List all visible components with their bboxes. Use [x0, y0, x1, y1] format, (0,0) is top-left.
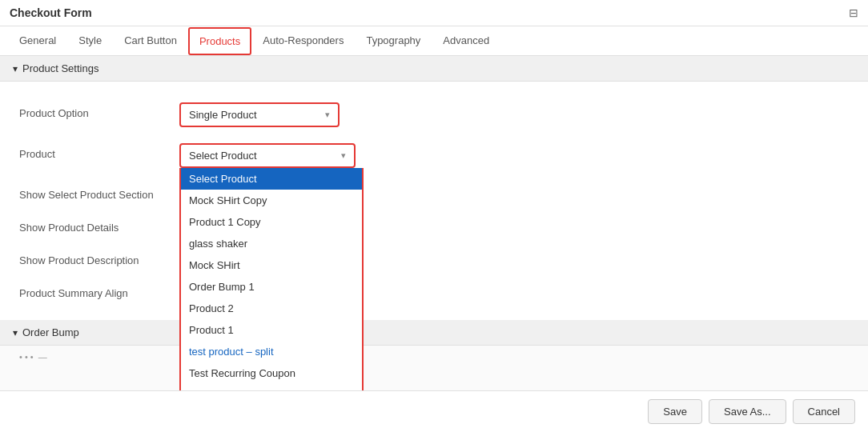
- product-summary-align-label: Product Summary Align: [19, 282, 179, 299]
- save-as-button[interactable]: Save As...: [709, 399, 786, 424]
- product-select-box[interactable]: Select Product ▾: [179, 143, 356, 168]
- product-option-select[interactable]: Single Product ▾: [179, 102, 340, 127]
- order-bump-label: Order Bump: [22, 326, 79, 338]
- product-control: Select Product ▾ Select Product Mock SHi…: [179, 143, 849, 168]
- show-product-description-row: Show Product Description: [0, 242, 868, 274]
- tab-auto-responders[interactable]: Auto-Responders: [251, 26, 355, 56]
- dropdown-item-product-2[interactable]: Product 2: [181, 298, 362, 319]
- product-placeholder: Select Product: [189, 150, 257, 162]
- dropdown-item-test-product-split[interactable]: test product – split: [181, 341, 362, 362]
- product-option-value: Single Product: [189, 109, 257, 121]
- tab-cart-button[interactable]: Cart Button: [113, 26, 188, 56]
- show-select-product-row: Show Select Product Section: [0, 176, 868, 209]
- tab-style[interactable]: Style: [67, 26, 113, 56]
- dropdown-item-product-1-copy[interactable]: Product 1 Copy: [181, 211, 362, 233]
- dropdown-item-split[interactable]: Split: [181, 384, 362, 390]
- product-settings-chevron: ▾: [13, 63, 18, 74]
- product-option-row: Product Option Single Product ▾: [0, 94, 868, 135]
- content-area: ▾ Product Settings Product Option Single…: [0, 56, 868, 390]
- order-bump-section-header[interactable]: ▾ Order Bump: [0, 320, 868, 346]
- order-bump-chevron: ▾: [13, 327, 18, 338]
- cancel-button[interactable]: Cancel: [793, 399, 855, 424]
- order-bump-section: ▾ Order Bump • • • —: [0, 320, 868, 368]
- show-select-product-label: Show Select Product Section: [19, 184, 179, 201]
- dropdown-item-test-recurring-coupon[interactable]: Test Recurring Coupon: [181, 362, 362, 384]
- order-bump-dots: • • • —: [0, 346, 868, 368]
- product-summary-align-row: Product Summary Align: [0, 274, 868, 307]
- dropdown-item-order-bump-1[interactable]: Order Bump 1: [181, 276, 362, 298]
- tab-products[interactable]: Products: [188, 27, 251, 55]
- dropdown-item-mock-shirt-copy[interactable]: Mock SHirt Copy: [181, 190, 362, 211]
- dropdown-item-select-product[interactable]: Select Product: [181, 168, 362, 190]
- product-settings-label: Product Settings: [22, 62, 98, 74]
- product-label: Product: [19, 143, 179, 160]
- product-option-chevron: ▾: [325, 110, 330, 120]
- product-select-chevron: ▾: [341, 150, 346, 161]
- checkout-form-window: Checkout Form ⊟ General Style Cart Butto…: [0, 0, 868, 432]
- tab-advanced[interactable]: Advanced: [432, 26, 500, 56]
- product-option-control: Single Product ▾: [179, 102, 849, 127]
- dropdown-item-product-1[interactable]: Product 1: [181, 319, 362, 341]
- show-product-description-label: Show Product Description: [19, 250, 179, 266]
- dropdown-item-glass-shaker[interactable]: glass shaker: [181, 233, 362, 254]
- product-row: Product Select Product ▾ Select Product …: [0, 135, 868, 176]
- product-dropdown-list: Select Product Mock SHirt Copy Product 1…: [179, 168, 364, 390]
- title-bar: Checkout Form ⊟: [0, 0, 868, 26]
- show-product-details-row: Show Product Details: [0, 209, 868, 242]
- tabs-bar: General Style Cart Button Products Auto-…: [0, 26, 868, 56]
- dropdown-item-mock-shirt[interactable]: Mock SHirt: [181, 254, 362, 276]
- tab-typography[interactable]: Typography: [355, 26, 432, 56]
- product-dropdown-wrapper: Select Product ▾ Select Product Mock SHi…: [179, 143, 364, 168]
- window-title: Checkout Form: [10, 6, 92, 19]
- minimize-icon[interactable]: ⊟: [849, 6, 858, 19]
- footer-bar: Save Save As... Cancel: [0, 390, 868, 432]
- product-option-label: Product Option: [19, 102, 179, 119]
- product-settings-body: Product Option Single Product ▾ Product …: [0, 82, 868, 320]
- save-button[interactable]: Save: [648, 399, 702, 424]
- show-product-details-label: Show Product Details: [19, 217, 179, 234]
- tab-general[interactable]: General: [8, 26, 67, 56]
- product-settings-section-header[interactable]: ▾ Product Settings: [0, 56, 868, 82]
